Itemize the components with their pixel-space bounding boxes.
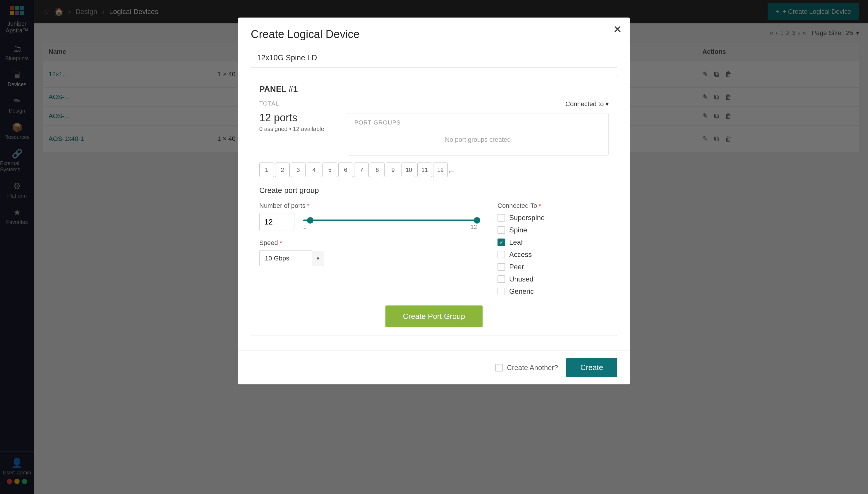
connected-to-label: Connected To *: [498, 202, 609, 210]
ports-slider-track: [303, 220, 477, 221]
checkbox-generic-label: Generic: [509, 287, 534, 296]
connected-to-section: Connected To * Superspine Spi: [498, 202, 609, 296]
checkbox-access-label: Access: [509, 250, 532, 259]
checkbox-peer-label: Peer: [509, 263, 524, 271]
create-port-group-button[interactable]: Create Port Group: [385, 305, 483, 327]
slider-max-label: 12: [471, 224, 477, 230]
create-port-group-row: Number of ports *: [259, 202, 609, 296]
total-label: TOTAL: [259, 100, 341, 107]
slider-fill: [303, 220, 477, 221]
slider-thumb-left[interactable]: [307, 217, 313, 224]
port-num-10[interactable]: 10: [401, 163, 416, 177]
panel-title: PANEL #1: [259, 84, 609, 94]
connected-to-required: *: [539, 203, 541, 209]
speed-label: Speed *: [259, 239, 480, 247]
checkbox-unused-box[interactable]: [498, 276, 505, 283]
port-num-2[interactable]: 2: [275, 163, 290, 177]
cpg-left-col: Number of ports *: [259, 202, 480, 266]
connected-to-header[interactable]: Connected to ▾: [565, 100, 609, 108]
checkbox-spine-box[interactable]: [498, 226, 505, 234]
slider-min-label: 1: [303, 224, 306, 230]
ports-slider-container: 1 12: [300, 214, 480, 230]
panel-section: PANEL #1 TOTAL 12 ports 0 assigned • 12 …: [251, 76, 617, 336]
checkbox-superspine-box[interactable]: [498, 214, 505, 222]
create-port-group-title: Create port group: [259, 186, 609, 195]
speed-select-container: 10 Gbps 10 Mbps 100 Mbps 1 Gbps 25 Gbps …: [259, 250, 480, 266]
modal-header: Create Logical Device ✕: [238, 18, 630, 48]
ports-number-input[interactable]: [259, 213, 294, 231]
slider-thumb-right[interactable]: [474, 217, 480, 224]
modal-overlay: Create Logical Device ✕ PANEL #1 TOTAL 1…: [0, 0, 868, 494]
checkbox-peer-box[interactable]: [498, 263, 505, 271]
checkbox-spine-label: Spine: [509, 226, 527, 234]
checkbox-leaf-box[interactable]: [498, 239, 505, 246]
modal-body: PANEL #1 TOTAL 12 ports 0 assigned • 12 …: [238, 48, 630, 350]
port-num-3[interactable]: 3: [291, 163, 306, 177]
num-ports-label: Number of ports *: [259, 202, 480, 210]
checkbox-leaf[interactable]: Leaf: [498, 238, 609, 246]
create-port-group-btn-row: Create Port Group: [259, 305, 609, 327]
port-num-1[interactable]: 1: [259, 163, 274, 177]
speed-dropdown-arrow[interactable]: ▾: [312, 251, 324, 266]
checkbox-superspine[interactable]: Superspine: [498, 214, 609, 222]
num-ports-required: *: [307, 203, 310, 209]
footer-create-button[interactable]: Create: [566, 358, 617, 377]
speed-required: *: [280, 240, 282, 246]
checkbox-list: Superspine Spine Leaf: [498, 214, 609, 296]
port-num-5[interactable]: 5: [323, 163, 337, 177]
port-num-11[interactable]: 11: [417, 163, 432, 177]
checkbox-generic-box[interactable]: [498, 288, 505, 295]
ports-detail: 0 assigned • 12 available: [259, 126, 341, 132]
port-groups-row: TOTAL 12 ports 0 assigned • 12 available…: [259, 100, 609, 155]
port-num-12[interactable]: 12: [433, 163, 448, 177]
create-another-text: Create Another?: [507, 364, 558, 372]
checkbox-unused[interactable]: Unused: [498, 275, 609, 283]
modal-title: Create Logical Device: [251, 28, 360, 41]
port-bracket: ⌐: [449, 163, 454, 177]
ports-input-row: 1 12: [259, 213, 480, 231]
checkbox-unused-label: Unused: [509, 275, 534, 283]
checkbox-superspine-label: Superspine: [509, 214, 545, 222]
port-num-9[interactable]: 9: [386, 163, 400, 177]
port-num-6[interactable]: 6: [338, 163, 353, 177]
device-name-input[interactable]: [251, 48, 617, 68]
port-num-4[interactable]: 4: [307, 163, 321, 177]
checkbox-access-box[interactable]: [498, 251, 505, 259]
create-another-label[interactable]: Create Another?: [495, 364, 558, 372]
port-groups-label: PORT GROUPS: [355, 119, 601, 126]
port-num-8[interactable]: 8: [370, 163, 384, 177]
no-port-groups-text: No port groups created: [355, 130, 601, 149]
speed-select[interactable]: 10 Gbps 10 Mbps 100 Mbps 1 Gbps 25 Gbps …: [259, 250, 312, 266]
port-groups-column: PORT GROUPS No port groups created: [347, 113, 609, 155]
checkbox-generic[interactable]: Generic: [498, 287, 609, 296]
checkbox-access[interactable]: Access: [498, 250, 609, 259]
checkbox-leaf-label: Leaf: [509, 238, 523, 246]
total-column: TOTAL 12 ports 0 assigned • 12 available: [259, 100, 347, 155]
ports-count: 12 ports: [259, 112, 341, 124]
port-num-7[interactable]: 7: [354, 163, 369, 177]
modal-footer: Create Another? Create: [238, 350, 630, 384]
checkbox-spine[interactable]: Spine: [498, 226, 609, 234]
checkbox-peer[interactable]: Peer: [498, 263, 609, 271]
create-logical-device-modal: Create Logical Device ✕ PANEL #1 TOTAL 1…: [238, 18, 630, 384]
modal-close-button[interactable]: ✕: [613, 23, 622, 36]
slider-labels: 1 12: [303, 224, 477, 230]
port-numbers: 1 2 3 4 5 6 7 8 9 10 11 12 ⌐: [259, 163, 609, 177]
create-another-checkbox[interactable]: [495, 364, 503, 372]
